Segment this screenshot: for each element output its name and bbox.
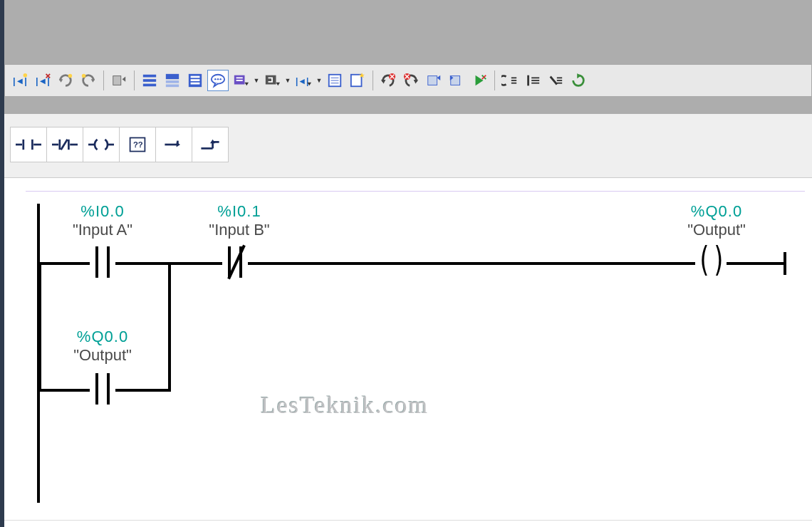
normally-open-contact-button[interactable] [10, 127, 47, 162]
ladder-editor-area[interactable]: %I0.0 "Input A" %I0.1 "Input B" %Q0.0 "O… [4, 178, 812, 527]
svg-point-23 [219, 78, 221, 80]
editor-top-divider [26, 191, 805, 192]
svg-rect-11 [143, 79, 156, 82]
svg-rect-15 [166, 85, 179, 88]
align-center-button[interactable] [522, 70, 543, 91]
refresh-button[interactable] [568, 70, 589, 91]
compile-button[interactable] [469, 70, 490, 91]
toolbar-separator [494, 71, 495, 90]
svg-line-56 [551, 77, 557, 85]
svg-rect-12 [143, 84, 156, 87]
comment-button[interactable] [207, 70, 229, 91]
svg-marker-29 [276, 83, 281, 86]
svg-rect-28 [266, 75, 276, 85]
view-tags-button[interactable] [184, 70, 206, 91]
svg-point-21 [214, 78, 216, 80]
no-contact[interactable] [88, 246, 117, 278]
lad-element-toolbar: ?? [4, 114, 812, 178]
svg-text:??: ?? [133, 140, 143, 149]
output-coil[interactable] [694, 246, 729, 278]
svg-point-1 [24, 73, 28, 78]
toolbar-separator [134, 71, 135, 90]
coil-label: %Q0.0 "Output" [674, 202, 759, 239]
open-branch-button[interactable] [155, 127, 192, 162]
svg-rect-18 [191, 79, 200, 81]
svg-point-6 [68, 74, 73, 78]
svg-line-68 [61, 140, 68, 150]
network-header-row[interactable]: Network 3: ..... [4, 520, 812, 527]
no-contact[interactable] [88, 373, 117, 405]
wire [248, 262, 695, 265]
xref-list-button[interactable] [446, 70, 467, 91]
operand-info-button[interactable] [261, 70, 283, 91]
svg-rect-10 [143, 75, 156, 78]
svg-marker-48 [476, 75, 484, 86]
svg-rect-19 [191, 83, 200, 85]
goto-error-prev-button[interactable] [400, 70, 422, 91]
toolbar-separator [103, 71, 104, 90]
top-gray-strip [4, 0, 812, 64]
wire [38, 262, 90, 265]
svg-rect-13 [166, 74, 179, 79]
svg-rect-25 [236, 77, 243, 78]
svg-rect-24 [234, 75, 245, 85]
svg-rect-17 [191, 76, 200, 78]
wire [168, 262, 171, 390]
view-block-button[interactable] [162, 70, 183, 91]
toolbar-separator [373, 71, 373, 90]
svg-rect-14 [166, 80, 179, 83]
contact-label: %Q0.0 "Output" [60, 328, 145, 365]
network-comment-button[interactable] [230, 70, 251, 91]
close-branch-button[interactable] [192, 127, 229, 162]
show-numbers-button[interactable] [324, 70, 345, 91]
svg-marker-42 [414, 80, 418, 84]
main-toolbar: |◄||◄|▼▼|◄|▼ [4, 64, 812, 97]
svg-text:|◄|: |◄| [296, 76, 308, 86]
svg-marker-27 [245, 83, 249, 86]
contact-label: %I0.0 "Input A" [60, 202, 145, 239]
insert-network-button[interactable]: |◄| [9, 70, 31, 91]
undo-button[interactable] [108, 70, 130, 91]
wire [727, 262, 784, 265]
wire [38, 389, 90, 392]
svg-marker-7 [91, 79, 95, 83]
go-prev-button[interactable] [55, 70, 76, 91]
svg-marker-60 [577, 73, 581, 78]
view-list-button[interactable] [139, 70, 160, 91]
svg-rect-36 [351, 75, 362, 87]
normally-closed-contact-button[interactable] [46, 127, 83, 162]
svg-point-22 [217, 78, 219, 80]
align-right-button[interactable] [545, 70, 566, 91]
wire [115, 389, 171, 392]
contact-label: %I0.1 "Input B" [197, 202, 282, 239]
svg-marker-38 [381, 80, 385, 84]
dropdown-caret-icon[interactable]: ▼ [316, 70, 323, 91]
wire-end [784, 252, 786, 275]
dropdown-caret-icon[interactable]: ▼ [253, 70, 260, 91]
empty-box-button[interactable]: ?? [119, 127, 156, 162]
watermark-text: LesTeknik.com [261, 392, 429, 419]
svg-rect-46 [428, 76, 437, 85]
plc-ladder-editor: |◄||◄|▼▼|◄|▼ ?? %I0.0 "Input A" %I0.1 "I… [0, 0, 812, 527]
svg-point-8 [82, 74, 86, 78]
svg-marker-5 [59, 79, 63, 83]
nc-contact[interactable] [221, 246, 249, 278]
coil-button[interactable] [83, 127, 120, 162]
go-next-button[interactable] [78, 70, 99, 91]
svg-rect-26 [236, 80, 243, 81]
goto-bookmark-button[interactable]: |◄| [293, 70, 314, 91]
svg-rect-9 [113, 76, 121, 85]
goto-error-next-button[interactable] [378, 70, 399, 91]
favorites-button[interactable] [347, 70, 368, 91]
gray-mid-strip [4, 97, 812, 114]
xref-button[interactable] [423, 70, 444, 91]
align-left-button[interactable] [499, 70, 521, 91]
wire [38, 262, 41, 390]
dropdown-caret-icon[interactable]: ▼ [284, 70, 291, 91]
delete-network-button[interactable]: |◄| [32, 70, 53, 91]
